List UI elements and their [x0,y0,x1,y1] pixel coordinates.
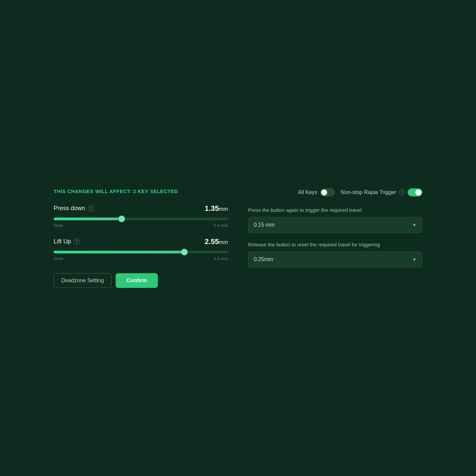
rapia-trigger-toggle[interactable] [408,188,422,196]
top-controls: All Keys Non-stop Rapia Trigger ? [248,188,422,196]
confirm-button[interactable]: Confirm [116,273,158,288]
release-dropdown-desc: Release the button to reset the required… [248,241,422,248]
press-down-value: 1.35mm [205,204,228,213]
press-down-header: Press down ? 1.35mm [54,204,228,213]
press-dropdown-section: Press the button again to trigger the re… [248,206,422,233]
release-dropdown-section: Release the button to reset the required… [248,241,422,267]
lift-up-help-icon[interactable]: ? [74,239,80,245]
press-down-fill [54,218,122,220]
all-keys-label: All Keys [298,189,317,195]
lift-up-value: 2.55mm [205,237,228,246]
rapia-trigger-group: Non-stop Rapia Trigger ? [341,188,422,196]
press-dropdown-arrow-icon: ▼ [412,222,417,228]
lift-up-track-container[interactable] [54,251,228,253]
affects-label: THIS CHANGES WILL AFFECT: 2 KEY SELECTED [54,188,228,194]
lift-up-thumb[interactable] [181,249,188,255]
main-container: THIS CHANGES WILL AFFECT: 2 KEY SELECTED… [54,188,422,288]
lift-up-max: 3.4 mm [214,256,228,261]
lift-up-header: Lift Up ? 2.55mm [54,237,228,246]
rapia-trigger-toggle-knob [415,189,421,195]
press-dropdown-value: 0.15 mm [254,222,275,228]
lift-up-section: Lift Up ? 2.55mm 0mm 3.4 mm [54,237,228,261]
press-dropdown-desc: Press the button again to trigger the re… [248,206,422,214]
release-dropdown-value: 0.25mm [254,256,273,262]
left-panel: THIS CHANGES WILL AFFECT: 2 KEY SELECTED… [54,188,228,288]
all-keys-toggle-knob [321,189,327,195]
press-down-max: 3.4 mm [214,223,228,228]
press-down-min: 0mm [54,223,63,228]
release-dropdown[interactable]: 0.25mm ▼ [248,251,422,267]
press-down-thumb[interactable] [118,216,125,222]
press-down-range: 0mm 3.4 mm [54,223,228,228]
press-dropdown[interactable]: 0.15 mm ▼ [248,217,422,233]
lift-up-min: 0mm [54,256,63,261]
button-row: Deadzone Setting Confirm [54,273,228,288]
right-panel: All Keys Non-stop Rapia Trigger ? Press … [248,188,422,276]
press-down-track [54,218,228,220]
lift-up-range: 0mm 3.4 mm [54,256,228,261]
lift-up-fill [54,251,184,253]
deadzone-button[interactable]: Deadzone Setting [54,273,112,288]
release-dropdown-arrow-icon: ▼ [412,257,417,262]
lift-up-label: Lift Up [54,238,71,245]
press-down-label: Press down [54,205,85,212]
rapia-trigger-label: Non-stop Rapia Trigger [341,189,396,195]
press-down-section: Press down ? 1.35mm 0mm 3.4 mm [54,204,228,228]
press-down-track-container[interactable] [54,218,228,220]
rapia-trigger-help-icon[interactable]: ? [399,189,405,195]
lift-up-track [54,251,228,253]
all-keys-group: All Keys [298,188,335,196]
press-down-label-group: Press down ? [54,205,94,212]
press-down-help-icon[interactable]: ? [88,205,94,212]
lift-up-label-group: Lift Up ? [54,238,80,245]
all-keys-toggle[interactable] [320,188,335,196]
